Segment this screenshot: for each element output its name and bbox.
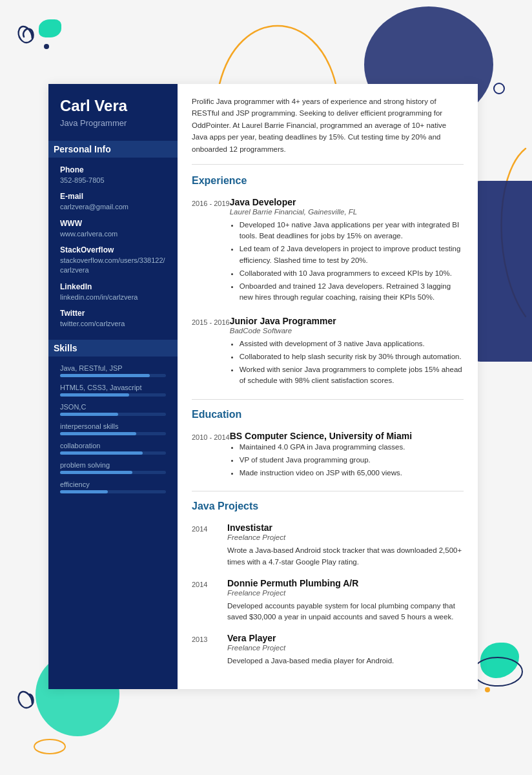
skill-item: JSON,C (60, 403, 166, 416)
entry-body: Investistar Freelance Project Wrote a Ja… (227, 522, 464, 568)
skill-bar-bg (60, 490, 166, 493)
skill-bar-fill (60, 451, 143, 455)
skill-bar-bg (60, 393, 166, 397)
project-entry: 2014 Investistar Freelance Project Wrote… (192, 522, 464, 568)
skill-item: Java, RESTful, JSP (60, 364, 166, 377)
bullet-item: Onboarded and trained 12 Java developers… (240, 281, 464, 304)
education-header: Education (192, 409, 464, 423)
www-value: www.carlvera.com (60, 229, 166, 239)
resume-container: Carl Vera Java Programmer Personal Info … (48, 84, 478, 689)
skill-bar-bg (60, 413, 166, 416)
skill-bar-bg (60, 471, 166, 474)
email-label: E-mail (60, 192, 166, 201)
bullet-item: VP of student Java programming group. (240, 455, 464, 466)
entry-text: Developed accounts payable system for lo… (227, 601, 464, 623)
phone-value: 352-895-7805 (60, 176, 166, 185)
entry-body: BS Computer Science, University of Miami… (230, 431, 464, 481)
main-content: Prolific Java programmer with 4+ years o… (178, 84, 478, 689)
entry-bullets: Maintained 4.0 GPA in Java programming c… (230, 442, 464, 479)
email-value: carlzvera@gmail.com (60, 202, 166, 212)
skill-item: collaboration (60, 442, 166, 455)
entry-subtitle: Laurel Barrie Financial, Gainesville, FL (230, 208, 464, 216)
orange-arc-top (213, 0, 342, 90)
orange-dot-bottom-right (485, 687, 490, 692)
bullet-item: Collaborated to help slash security risk… (240, 351, 464, 362)
projects-list: 2014 Investistar Freelance Project Wrote… (192, 522, 464, 666)
education-entry: 2010 - 2014 BS Computer Science, Univers… (192, 431, 464, 481)
entry-body: Java Developer Laurel Barrie Financial, … (230, 197, 464, 305)
entry-subtitle: Freelance Project (227, 644, 464, 652)
skills-header: Skills (48, 340, 178, 356)
skill-name: collaboration (60, 442, 166, 450)
entry-bullets: Assisted with development of 3 native Ja… (230, 338, 464, 387)
teal-blob-top-left (39, 19, 61, 37)
entry-text: Developed a Java-based media player for … (227, 656, 464, 666)
linkedin-value: linkedin.com/in/carlzvera (60, 293, 166, 302)
skill-bar-bg (60, 451, 166, 455)
candidate-title: Java Programmer (60, 118, 166, 128)
skill-name: interpersonal skills (60, 422, 166, 430)
entry-year: 2010 - 2014 (192, 431, 230, 481)
svg-point-1 (34, 739, 65, 754)
skill-item: efficiency (60, 480, 166, 493)
projects-header: Java Projects (192, 501, 464, 515)
entry-subtitle: Freelance Project (227, 533, 464, 541)
entry-title: Donnie Permuth Plumbing A/R (227, 578, 464, 588)
twitter-value: twitter.com/carlzvera (60, 319, 166, 329)
skill-item: problem solving (60, 461, 166, 474)
skill-name: HTML5, CSS3, Javascript (60, 384, 166, 391)
skill-name: problem solving (60, 461, 166, 469)
entry-title: Junior Java Programmer (230, 316, 464, 326)
skill-name: JSON,C (60, 403, 166, 411)
entry-title: BS Computer Science, University of Miami (230, 431, 464, 441)
bullet-item: Developed 10+ native Java applications p… (240, 220, 464, 242)
bullet-item: Maintained 4.0 GPA in Java programming c… (240, 442, 464, 453)
entry-year: 2015 - 2016 (192, 316, 230, 389)
candidate-name: Carl Vera (60, 97, 166, 116)
bullet-item: Collaborated with 10 Java programmers to… (240, 268, 464, 279)
skill-bar-fill (60, 471, 132, 474)
entry-body: Vera Player Freelance Project Developed … (227, 633, 464, 666)
twitter-label: Twitter (60, 309, 166, 318)
entry-subtitle: Freelance Project (227, 589, 464, 597)
bullet-item: Made instruction video on JSP with 65,00… (240, 468, 464, 479)
bullet-item: Assisted with development of 3 native Ja… (240, 338, 464, 349)
phone-label: Phone (60, 165, 166, 174)
www-label: WWW (60, 219, 166, 228)
skill-bar-bg (60, 374, 166, 377)
skills-list: Java, RESTful, JSP HTML5, CSS3, Javascri… (60, 364, 166, 493)
skill-item: interpersonal skills (60, 422, 166, 435)
skill-item: HTML5, CSS3, Javascript (60, 384, 166, 397)
entry-year: 2013 (192, 633, 227, 666)
entry-year: 2014 (192, 578, 227, 623)
experience-header: Experience (192, 175, 464, 189)
entry-text: Wrote a Java-based Android stock tracker… (227, 545, 464, 568)
skill-bar-fill (60, 393, 129, 397)
orange-oval-bottom-left (32, 738, 68, 756)
skill-bar-fill (60, 490, 108, 493)
experience-entry: 2016 - 2019 Java Developer Laurel Barrie… (192, 197, 464, 305)
stackoverflow-label: StackOverflow (60, 245, 166, 254)
navy-dot-top-left (44, 44, 49, 49)
personal-info-header: Personal Info (48, 141, 178, 158)
oval-bottom-right (471, 652, 526, 691)
skill-bar-fill (60, 432, 136, 435)
entry-title: Vera Player (227, 633, 464, 643)
project-entry: 2013 Vera Player Freelance Project Devel… (192, 633, 464, 666)
education-list: 2010 - 2014 BS Computer Science, Univers… (192, 431, 464, 481)
entry-year: 2016 - 2019 (192, 197, 230, 305)
project-entry: 2014 Donnie Permuth Plumbing A/R Freelan… (192, 578, 464, 623)
entry-body: Junior Java Programmer BadCode Software … (230, 316, 464, 389)
small-circle-right (493, 83, 505, 94)
entry-subtitle: BadCode Software (230, 327, 464, 335)
entry-title: Java Developer (230, 197, 464, 207)
entry-year: 2014 (192, 522, 227, 568)
skill-bar-fill (60, 374, 150, 377)
experience-list: 2016 - 2019 Java Developer Laurel Barrie… (192, 197, 464, 389)
svg-point-0 (473, 657, 522, 686)
experience-entry: 2015 - 2016 Junior Java Programmer BadCo… (192, 316, 464, 389)
entry-body: Donnie Permuth Plumbing A/R Freelance Pr… (227, 578, 464, 623)
linkedin-label: LinkedIn (60, 282, 166, 291)
skill-bar-bg (60, 432, 166, 435)
entry-bullets: Developed 10+ native Java applications p… (230, 220, 464, 304)
